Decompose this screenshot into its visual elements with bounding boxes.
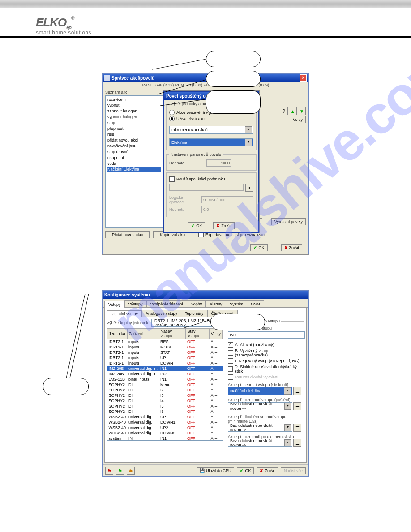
- cell: IDRT2-1: [107, 360, 128, 366]
- combo-akce4[interactable]: Bez události nebo vložit novou ->▾: [228, 439, 292, 447]
- tab-digit-ln-vstupy[interactable]: Digitální vstupy: [107, 310, 142, 317]
- col-header[interactable]: Název vstupu: [159, 329, 186, 339]
- ok-button[interactable]: ✔OK: [237, 467, 254, 474]
- table-row[interactable]: SOPHY2DII2OFFA---: [107, 387, 223, 393]
- tab-teplom-ry[interactable]: Teploměry: [181, 310, 208, 317]
- action-list[interactable]: rozsvícenívypnutízapnout halogenvypnout …: [105, 95, 163, 228]
- tab-vyt-p-n-chlazen-[interactable]: Vytápění/Chlazení: [146, 300, 187, 307]
- action-list-item[interactable]: vypnutí: [107, 103, 161, 108]
- vymazat-povely-button[interactable]: Vymazat povely: [271, 218, 306, 225]
- table-row[interactable]: IDRT2-1inputsUPOFFA---: [107, 355, 223, 360]
- action-list-item[interactable]: relé: [107, 132, 161, 137]
- chkA-label: A -Aktivní (používaný): [235, 343, 274, 347]
- check-B[interactable]: B -Vyvážený vstup (zabezpečovačka): [228, 348, 301, 357]
- tab-syst-m[interactable]: Systém: [226, 300, 247, 307]
- col-header[interactable]: Jednotka: [107, 329, 128, 339]
- chevron-down-icon[interactable]: ▾: [284, 424, 291, 431]
- action-list-item[interactable]: rozsvícení: [107, 97, 161, 103]
- cancel-button[interactable]: ✘Zrušit: [257, 467, 278, 474]
- col-header[interactable]: Zařízení: [127, 329, 159, 339]
- find-icon[interactable]: ✱: [127, 467, 135, 475]
- combo-akce3[interactable]: Bez události nebo vložit novou ->▾: [228, 424, 292, 432]
- table-row[interactable]: IM2-20Buniversal dig. in.IN2OFFA---: [107, 371, 223, 377]
- wizard-icon[interactable]: ☰: [293, 439, 301, 447]
- tab-alarmy[interactable]: Alarmy: [206, 300, 226, 307]
- cancel-button[interactable]: ✘Zrušit: [281, 244, 303, 251]
- table-row[interactable]: WSB2-40universal dig.UP1OFFA---: [107, 414, 223, 420]
- col-header[interactable]: Stav vstupu: [186, 329, 210, 339]
- tab-v-stupy[interactable]: Výstupy: [124, 300, 147, 307]
- add-action-button[interactable]: Přidat novou akci: [105, 231, 150, 238]
- table-row[interactable]: SOPHY2DII5OFFA---: [107, 403, 223, 409]
- chevron-down-icon[interactable]: ▾: [284, 439, 291, 446]
- table-row[interactable]: IDRT2-1inputsSTATOFFA---: [107, 350, 223, 355]
- table-row[interactable]: IDRT2-1inputsRESOFFA---: [107, 339, 223, 345]
- combo-command[interactable]: Inkrementovat Čítač▾: [169, 126, 253, 134]
- chevron-down-icon[interactable]: ▾: [284, 387, 291, 395]
- table-row[interactable]: SOPHY2DII4OFFA---: [107, 398, 223, 403]
- flag-green-icon[interactable]: ⚑: [116, 467, 124, 475]
- save-cpu-button[interactable]: 💾Uložit do CPU: [197, 467, 235, 474]
- table-row[interactable]: systémININ1OFFA---: [107, 436, 223, 441]
- inputs-table[interactable]: JednotkaZařízeníNázev vstupuStav vstupuV…: [107, 328, 223, 441]
- table-row[interactable]: IM2-20Buniversal dig. in.IN1OFFA---: [107, 366, 223, 371]
- titlebar-system-config[interactable]: Konfigurace systému: [103, 291, 308, 299]
- wizard-icon[interactable]: ☰: [293, 402, 301, 410]
- down-icon[interactable]: ▼: [298, 107, 306, 115]
- wizard-icon[interactable]: ☰: [293, 424, 301, 432]
- combo-akce2[interactable]: Bez události nebo vložit novou ->▾: [228, 402, 292, 410]
- ok-button[interactable]: ✔OK: [250, 244, 267, 251]
- chevron-down-icon[interactable]: ▾: [245, 126, 252, 133]
- tab-gsm[interactable]: GSM: [247, 300, 264, 307]
- cancel-label: Zrušit: [265, 468, 275, 473]
- flag-red-icon[interactable]: ⚑: [105, 467, 113, 475]
- check-I[interactable]: I -Negovaný vstup (v rozepnutí, NC): [228, 358, 301, 364]
- wizard-icon[interactable]: ☰: [293, 387, 301, 395]
- table-row[interactable]: IDRT2-1inputsDOWNOFFA---: [107, 360, 223, 366]
- table-row[interactable]: SOPHY2DIMenuOFFA---: [107, 382, 223, 387]
- action-list-item[interactable]: přidat novou akci: [107, 137, 161, 143]
- akce1-value: Načítání elektřina: [230, 389, 261, 393]
- check-use-condition[interactable]: Použít spouštěcí podmínku: [169, 176, 253, 182]
- table-row[interactable]: LM2-11Bbinar inputsIN1OFFA---: [107, 377, 223, 382]
- hodnota-input[interactable]: 1000: [206, 159, 231, 167]
- action-list-item[interactable]: stop úrovně: [107, 149, 161, 155]
- action-list-item[interactable]: zapnout halogen: [107, 108, 161, 114]
- nacist-button[interactable]: Načíst vše: [281, 467, 306, 474]
- condition-pick-button[interactable]: •: [245, 184, 253, 192]
- combo-akce1[interactable]: Načítání elektřina▾: [228, 387, 292, 395]
- volby-button[interactable]: Volby: [290, 116, 306, 123]
- chk-export-label: Exportovat událost pro vizualizaci: [206, 232, 265, 237]
- table-row[interactable]: SOPHY2DII6OFFA---: [107, 409, 223, 414]
- tab-analogov-vstupy[interactable]: Analogové vstupy: [141, 310, 181, 317]
- action-list-item[interactable]: voda: [107, 161, 161, 167]
- action-list-item[interactable]: chapnout: [107, 155, 161, 161]
- ok-button[interactable]: ✔OK: [188, 222, 205, 229]
- action-list-item[interactable]: navyšování jasu: [107, 143, 161, 149]
- x-icon: ✘: [260, 468, 263, 473]
- table-row[interactable]: WSB2-40universal dig.DOWN1OFFA---: [107, 420, 223, 425]
- chevron-down-icon[interactable]: ▾: [245, 139, 252, 146]
- table-row[interactable]: IDRT2-1inputsMODEOFFA---: [107, 344, 223, 350]
- help-icon[interactable]: ?: [280, 107, 288, 115]
- tab-sophy[interactable]: Sophy: [187, 300, 206, 307]
- table-row[interactable]: SOPHY2DII3OFFA---: [107, 393, 223, 398]
- cancel-button[interactable]: ✘Zrušit: [213, 222, 235, 229]
- radio-user-action[interactable]: Uživatelská akce: [169, 116, 253, 121]
- table-row[interactable]: WSB2-40universal dig.DOWN2OFFA---: [107, 430, 223, 436]
- action-list-item[interactable]: Načítání Elektřina: [107, 167, 161, 172]
- check-A[interactable]: A -Aktivní (používaný): [228, 342, 301, 348]
- chevron-down-icon[interactable]: ▾: [284, 403, 291, 410]
- action-list-item[interactable]: vypnout halogen: [107, 114, 161, 120]
- combo-counter[interactable]: Elektřina▾: [169, 138, 253, 146]
- close-icon[interactable]: ×: [300, 74, 307, 82]
- name-input[interactable]: IN 1: [228, 331, 305, 339]
- check-D[interactable]: D -Striktně rozlišovat dlouhý/krátký sti…: [228, 365, 301, 373]
- titlebar-action-manager[interactable]: Správce akcí/povelů ×: [103, 74, 308, 82]
- tab-vstupy[interactable]: Vstupy: [104, 301, 125, 308]
- action-list-item[interactable]: stop: [107, 120, 161, 126]
- action-list-item[interactable]: přepnout: [107, 126, 161, 132]
- radio2-label: Uživatelská akce: [176, 116, 207, 121]
- up-icon[interactable]: ▲: [289, 107, 297, 115]
- table-row[interactable]: WSB2-40universal dig.UP2OFFA---: [107, 425, 223, 430]
